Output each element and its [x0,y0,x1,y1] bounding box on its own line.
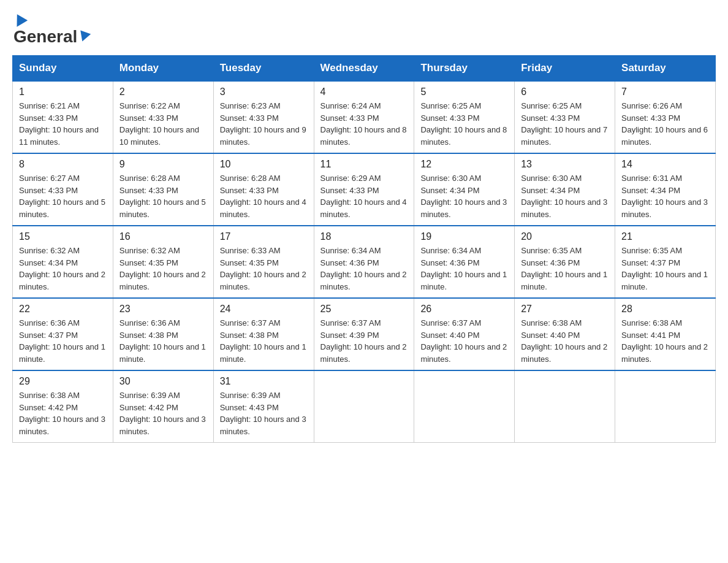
day-number: 8 [19,159,107,170]
day-number: 14 [621,159,709,170]
empty-cell [314,370,414,443]
calendar-day-cell: 26 Sunrise: 6:37 AMSunset: 4:40 PMDaylig… [414,298,515,370]
calendar-day-cell: 31 Sunrise: 6:39 AMSunset: 4:43 PMDaylig… [213,370,314,443]
day-info: Sunrise: 6:38 AMSunset: 4:41 PMDaylight:… [621,318,708,364]
calendar-day-cell: 15 Sunrise: 6:32 AMSunset: 4:34 PMDaylig… [13,226,113,298]
day-info: Sunrise: 6:37 AMSunset: 4:40 PMDaylight:… [420,318,507,364]
weekday-header-friday: Friday [515,56,615,82]
day-info: Sunrise: 6:25 AMSunset: 4:33 PMDaylight:… [521,101,607,147]
calendar-day-cell: 28 Sunrise: 6:38 AMSunset: 4:41 PMDaylig… [615,298,716,370]
day-info: Sunrise: 6:26 AMSunset: 4:33 PMDaylight:… [621,101,708,147]
day-number: 11 [320,159,408,170]
empty-cell [414,370,515,443]
day-number: 3 [220,86,308,98]
day-number: 4 [320,86,408,98]
calendar-day-cell: 5 Sunrise: 6:25 AMSunset: 4:33 PMDayligh… [414,81,515,153]
calendar-day-cell: 22 Sunrise: 6:36 AMSunset: 4:37 PMDaylig… [13,298,113,370]
calendar-day-cell: 2 Sunrise: 6:22 AMSunset: 4:33 PMDayligh… [113,81,213,153]
day-info: Sunrise: 6:39 AMSunset: 4:42 PMDaylight:… [119,391,206,436]
day-number: 12 [420,159,508,170]
calendar-day-cell: 29 Sunrise: 6:38 AMSunset: 4:42 PMDaylig… [13,370,113,443]
calendar-day-cell: 20 Sunrise: 6:35 AMSunset: 4:36 PMDaylig… [515,226,615,298]
empty-cell [515,370,615,443]
calendar-day-cell: 11 Sunrise: 6:29 AMSunset: 4:33 PMDaylig… [314,153,414,226]
calendar-day-cell: 6 Sunrise: 6:25 AMSunset: 4:33 PMDayligh… [515,81,615,153]
day-number: 10 [220,159,308,170]
calendar-day-cell: 27 Sunrise: 6:38 AMSunset: 4:40 PMDaylig… [515,298,615,370]
day-info: Sunrise: 6:28 AMSunset: 4:33 PMDaylight:… [119,174,206,219]
weekday-header-thursday: Thursday [414,56,515,82]
calendar-day-cell: 13 Sunrise: 6:30 AMSunset: 4:34 PMDaylig… [515,153,615,226]
day-number: 31 [220,376,308,387]
calendar-day-cell: 8 Sunrise: 6:27 AMSunset: 4:33 PMDayligh… [13,153,113,226]
day-number: 17 [220,231,308,242]
calendar-table: SundayMondayTuesdayWednesdayThursdayFrid… [12,55,716,443]
day-info: Sunrise: 6:35 AMSunset: 4:37 PMDaylight:… [621,246,708,291]
calendar-day-cell: 30 Sunrise: 6:39 AMSunset: 4:42 PMDaylig… [113,370,213,443]
day-info: Sunrise: 6:34 AMSunset: 4:36 PMDaylight:… [420,246,507,291]
day-number: 19 [420,231,508,242]
calendar-day-cell: 18 Sunrise: 6:34 AMSunset: 4:36 PMDaylig… [314,226,414,298]
calendar-day-cell: 9 Sunrise: 6:28 AMSunset: 4:33 PMDayligh… [113,153,213,226]
day-number: 30 [119,376,207,387]
day-number: 7 [621,86,709,98]
day-info: Sunrise: 6:34 AMSunset: 4:36 PMDaylight:… [320,246,407,291]
calendar-week-row: 15 Sunrise: 6:32 AMSunset: 4:34 PMDaylig… [13,226,716,298]
day-number: 28 [621,304,709,315]
calendar-week-row: 8 Sunrise: 6:27 AMSunset: 4:33 PMDayligh… [13,153,716,226]
weekday-header-tuesday: Tuesday [213,56,314,82]
weekday-header-saturday: Saturday [615,56,716,82]
day-info: Sunrise: 6:29 AMSunset: 4:33 PMDaylight:… [320,174,407,219]
day-number: 20 [521,231,609,242]
day-number: 6 [521,86,609,98]
day-number: 22 [19,304,107,315]
day-info: Sunrise: 6:28 AMSunset: 4:33 PMDaylight:… [220,174,306,219]
day-info: Sunrise: 6:27 AMSunset: 4:33 PMDaylight:… [19,174,105,219]
calendar-day-cell: 3 Sunrise: 6:23 AMSunset: 4:33 PMDayligh… [213,81,314,153]
calendar-header-row: SundayMondayTuesdayWednesdayThursdayFrid… [13,56,716,82]
day-info: Sunrise: 6:35 AMSunset: 4:36 PMDaylight:… [521,246,607,291]
day-info: Sunrise: 6:37 AMSunset: 4:39 PMDaylight:… [320,318,407,364]
day-info: Sunrise: 6:39 AMSunset: 4:43 PMDaylight:… [220,391,306,436]
calendar-week-row: 1 Sunrise: 6:21 AMSunset: 4:33 PMDayligh… [13,81,716,153]
day-info: Sunrise: 6:36 AMSunset: 4:38 PMDaylight:… [119,318,206,364]
logo-general-line2: General [13,27,77,47]
calendar-day-cell: 12 Sunrise: 6:30 AMSunset: 4:34 PMDaylig… [414,153,515,226]
day-number: 24 [220,304,308,315]
day-number: 23 [119,304,207,315]
day-info: Sunrise: 6:37 AMSunset: 4:38 PMDaylight:… [220,318,306,364]
calendar-day-cell: 23 Sunrise: 6:36 AMSunset: 4:38 PMDaylig… [113,298,213,370]
day-info: Sunrise: 6:32 AMSunset: 4:34 PMDaylight:… [19,246,105,291]
logo: General [12,12,91,43]
day-number: 9 [119,159,207,170]
day-number: 1 [19,86,107,98]
day-info: Sunrise: 6:23 AMSunset: 4:33 PMDaylight:… [220,101,306,147]
day-info: Sunrise: 6:30 AMSunset: 4:34 PMDaylight:… [420,174,507,219]
day-number: 16 [119,231,207,242]
day-number: 18 [320,231,408,242]
day-info: Sunrise: 6:25 AMSunset: 4:33 PMDaylight:… [420,101,507,147]
day-number: 26 [420,304,508,315]
day-info: Sunrise: 6:22 AMSunset: 4:33 PMDaylight:… [119,101,199,147]
weekday-header-monday: Monday [113,56,213,82]
calendar-week-row: 22 Sunrise: 6:36 AMSunset: 4:37 PMDaylig… [13,298,716,370]
day-number: 5 [420,86,508,98]
page-header: General [12,12,716,43]
calendar-day-cell: 10 Sunrise: 6:28 AMSunset: 4:33 PMDaylig… [213,153,314,226]
day-info: Sunrise: 6:38 AMSunset: 4:42 PMDaylight:… [19,391,105,436]
logo-arrow-icon [77,30,91,43]
day-info: Sunrise: 6:31 AMSunset: 4:34 PMDaylight:… [621,174,708,219]
empty-cell [615,370,716,443]
weekday-header-wednesday: Wednesday [314,56,414,82]
weekday-header-sunday: Sunday [13,56,113,82]
day-number: 15 [19,231,107,242]
day-info: Sunrise: 6:21 AMSunset: 4:33 PMDaylight:… [19,101,99,147]
calendar-day-cell: 1 Sunrise: 6:21 AMSunset: 4:33 PMDayligh… [13,81,113,153]
day-number: 29 [19,376,107,387]
calendar-day-cell: 4 Sunrise: 6:24 AMSunset: 4:33 PMDayligh… [314,81,414,153]
calendar-day-cell: 21 Sunrise: 6:35 AMSunset: 4:37 PMDaylig… [615,226,716,298]
day-info: Sunrise: 6:38 AMSunset: 4:40 PMDaylight:… [521,318,607,364]
day-number: 25 [320,304,408,315]
calendar-day-cell: 24 Sunrise: 6:37 AMSunset: 4:38 PMDaylig… [213,298,314,370]
calendar-day-cell: 14 Sunrise: 6:31 AMSunset: 4:34 PMDaylig… [615,153,716,226]
